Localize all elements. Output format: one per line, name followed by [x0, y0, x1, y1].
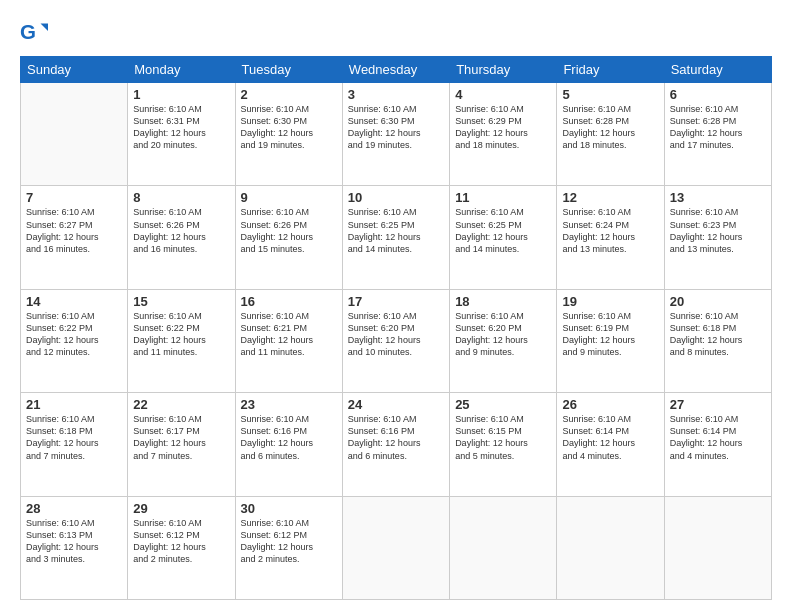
- calendar-cell: 20Sunrise: 6:10 AM Sunset: 6:18 PM Dayli…: [664, 289, 771, 392]
- day-info: Sunrise: 6:10 AM Sunset: 6:28 PM Dayligh…: [562, 103, 658, 152]
- calendar-cell: [664, 496, 771, 599]
- day-info: Sunrise: 6:10 AM Sunset: 6:28 PM Dayligh…: [670, 103, 766, 152]
- calendar-cell: 17Sunrise: 6:10 AM Sunset: 6:20 PM Dayli…: [342, 289, 449, 392]
- calendar-cell: 5Sunrise: 6:10 AM Sunset: 6:28 PM Daylig…: [557, 83, 664, 186]
- day-info: Sunrise: 6:10 AM Sunset: 6:24 PM Dayligh…: [562, 206, 658, 255]
- day-number: 30: [241, 501, 337, 516]
- week-row-2: 7Sunrise: 6:10 AM Sunset: 6:27 PM Daylig…: [21, 186, 772, 289]
- calendar-cell: 9Sunrise: 6:10 AM Sunset: 6:26 PM Daylig…: [235, 186, 342, 289]
- day-number: 26: [562, 397, 658, 412]
- day-info: Sunrise: 6:10 AM Sunset: 6:27 PM Dayligh…: [26, 206, 122, 255]
- calendar-header-monday: Monday: [128, 57, 235, 83]
- day-number: 5: [562, 87, 658, 102]
- day-info: Sunrise: 6:10 AM Sunset: 6:30 PM Dayligh…: [241, 103, 337, 152]
- day-info: Sunrise: 6:10 AM Sunset: 6:14 PM Dayligh…: [562, 413, 658, 462]
- svg-text:G: G: [20, 20, 36, 43]
- calendar-cell: 16Sunrise: 6:10 AM Sunset: 6:21 PM Dayli…: [235, 289, 342, 392]
- day-info: Sunrise: 6:10 AM Sunset: 6:16 PM Dayligh…: [241, 413, 337, 462]
- day-number: 27: [670, 397, 766, 412]
- day-info: Sunrise: 6:10 AM Sunset: 6:18 PM Dayligh…: [670, 310, 766, 359]
- calendar-cell: 27Sunrise: 6:10 AM Sunset: 6:14 PM Dayli…: [664, 393, 771, 496]
- day-info: Sunrise: 6:10 AM Sunset: 6:29 PM Dayligh…: [455, 103, 551, 152]
- calendar-cell: [342, 496, 449, 599]
- day-info: Sunrise: 6:10 AM Sunset: 6:12 PM Dayligh…: [241, 517, 337, 566]
- calendar-cell: 29Sunrise: 6:10 AM Sunset: 6:12 PM Dayli…: [128, 496, 235, 599]
- calendar-cell: [21, 83, 128, 186]
- day-info: Sunrise: 6:10 AM Sunset: 6:16 PM Dayligh…: [348, 413, 444, 462]
- calendar-cell: [450, 496, 557, 599]
- calendar-cell: 12Sunrise: 6:10 AM Sunset: 6:24 PM Dayli…: [557, 186, 664, 289]
- calendar-cell: 4Sunrise: 6:10 AM Sunset: 6:29 PM Daylig…: [450, 83, 557, 186]
- day-info: Sunrise: 6:10 AM Sunset: 6:20 PM Dayligh…: [348, 310, 444, 359]
- day-number: 28: [26, 501, 122, 516]
- day-number: 16: [241, 294, 337, 309]
- calendar: SundayMondayTuesdayWednesdayThursdayFrid…: [20, 56, 772, 600]
- calendar-cell: 30Sunrise: 6:10 AM Sunset: 6:12 PM Dayli…: [235, 496, 342, 599]
- day-number: 2: [241, 87, 337, 102]
- calendar-cell: 24Sunrise: 6:10 AM Sunset: 6:16 PM Dayli…: [342, 393, 449, 496]
- day-number: 9: [241, 190, 337, 205]
- week-row-1: 1Sunrise: 6:10 AM Sunset: 6:31 PM Daylig…: [21, 83, 772, 186]
- calendar-cell: 23Sunrise: 6:10 AM Sunset: 6:16 PM Dayli…: [235, 393, 342, 496]
- day-info: Sunrise: 6:10 AM Sunset: 6:22 PM Dayligh…: [133, 310, 229, 359]
- page-header: G: [20, 18, 772, 46]
- calendar-header-tuesday: Tuesday: [235, 57, 342, 83]
- day-info: Sunrise: 6:10 AM Sunset: 6:26 PM Dayligh…: [133, 206, 229, 255]
- calendar-cell: 21Sunrise: 6:10 AM Sunset: 6:18 PM Dayli…: [21, 393, 128, 496]
- calendar-cell: 15Sunrise: 6:10 AM Sunset: 6:22 PM Dayli…: [128, 289, 235, 392]
- calendar-cell: 13Sunrise: 6:10 AM Sunset: 6:23 PM Dayli…: [664, 186, 771, 289]
- calendar-cell: 2Sunrise: 6:10 AM Sunset: 6:30 PM Daylig…: [235, 83, 342, 186]
- calendar-header-sunday: Sunday: [21, 57, 128, 83]
- day-number: 1: [133, 87, 229, 102]
- day-number: 11: [455, 190, 551, 205]
- day-number: 8: [133, 190, 229, 205]
- calendar-header-thursday: Thursday: [450, 57, 557, 83]
- day-number: 23: [241, 397, 337, 412]
- calendar-cell: 6Sunrise: 6:10 AM Sunset: 6:28 PM Daylig…: [664, 83, 771, 186]
- day-number: 12: [562, 190, 658, 205]
- day-info: Sunrise: 6:10 AM Sunset: 6:26 PM Dayligh…: [241, 206, 337, 255]
- day-info: Sunrise: 6:10 AM Sunset: 6:23 PM Dayligh…: [670, 206, 766, 255]
- week-row-4: 21Sunrise: 6:10 AM Sunset: 6:18 PM Dayli…: [21, 393, 772, 496]
- calendar-cell: 25Sunrise: 6:10 AM Sunset: 6:15 PM Dayli…: [450, 393, 557, 496]
- day-number: 25: [455, 397, 551, 412]
- day-info: Sunrise: 6:10 AM Sunset: 6:25 PM Dayligh…: [348, 206, 444, 255]
- calendar-cell: 26Sunrise: 6:10 AM Sunset: 6:14 PM Dayli…: [557, 393, 664, 496]
- day-number: 21: [26, 397, 122, 412]
- day-number: 10: [348, 190, 444, 205]
- calendar-cell: 14Sunrise: 6:10 AM Sunset: 6:22 PM Dayli…: [21, 289, 128, 392]
- day-info: Sunrise: 6:10 AM Sunset: 6:18 PM Dayligh…: [26, 413, 122, 462]
- day-info: Sunrise: 6:10 AM Sunset: 6:31 PM Dayligh…: [133, 103, 229, 152]
- day-info: Sunrise: 6:10 AM Sunset: 6:14 PM Dayligh…: [670, 413, 766, 462]
- day-info: Sunrise: 6:10 AM Sunset: 6:15 PM Dayligh…: [455, 413, 551, 462]
- day-info: Sunrise: 6:10 AM Sunset: 6:13 PM Dayligh…: [26, 517, 122, 566]
- calendar-cell: [557, 496, 664, 599]
- calendar-header-saturday: Saturday: [664, 57, 771, 83]
- day-number: 18: [455, 294, 551, 309]
- day-number: 13: [670, 190, 766, 205]
- day-number: 7: [26, 190, 122, 205]
- day-number: 15: [133, 294, 229, 309]
- logo: G: [20, 18, 52, 46]
- day-number: 17: [348, 294, 444, 309]
- day-info: Sunrise: 6:10 AM Sunset: 6:20 PM Dayligh…: [455, 310, 551, 359]
- calendar-header-wednesday: Wednesday: [342, 57, 449, 83]
- day-info: Sunrise: 6:10 AM Sunset: 6:17 PM Dayligh…: [133, 413, 229, 462]
- calendar-cell: 3Sunrise: 6:10 AM Sunset: 6:30 PM Daylig…: [342, 83, 449, 186]
- calendar-header-row: SundayMondayTuesdayWednesdayThursdayFrid…: [21, 57, 772, 83]
- week-row-5: 28Sunrise: 6:10 AM Sunset: 6:13 PM Dayli…: [21, 496, 772, 599]
- day-info: Sunrise: 6:10 AM Sunset: 6:21 PM Dayligh…: [241, 310, 337, 359]
- calendar-cell: 11Sunrise: 6:10 AM Sunset: 6:25 PM Dayli…: [450, 186, 557, 289]
- calendar-cell: 18Sunrise: 6:10 AM Sunset: 6:20 PM Dayli…: [450, 289, 557, 392]
- day-number: 19: [562, 294, 658, 309]
- calendar-cell: 8Sunrise: 6:10 AM Sunset: 6:26 PM Daylig…: [128, 186, 235, 289]
- day-number: 29: [133, 501, 229, 516]
- day-number: 4: [455, 87, 551, 102]
- week-row-3: 14Sunrise: 6:10 AM Sunset: 6:22 PM Dayli…: [21, 289, 772, 392]
- day-info: Sunrise: 6:10 AM Sunset: 6:25 PM Dayligh…: [455, 206, 551, 255]
- calendar-cell: 22Sunrise: 6:10 AM Sunset: 6:17 PM Dayli…: [128, 393, 235, 496]
- calendar-cell: 10Sunrise: 6:10 AM Sunset: 6:25 PM Dayli…: [342, 186, 449, 289]
- day-number: 6: [670, 87, 766, 102]
- day-info: Sunrise: 6:10 AM Sunset: 6:12 PM Dayligh…: [133, 517, 229, 566]
- calendar-cell: 28Sunrise: 6:10 AM Sunset: 6:13 PM Dayli…: [21, 496, 128, 599]
